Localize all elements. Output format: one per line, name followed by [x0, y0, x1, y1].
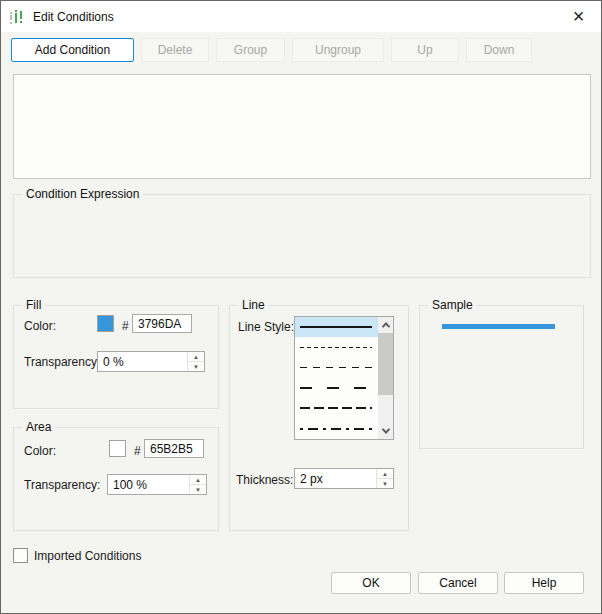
- line-group: Line Line Style: Thickness: ▲ ▼: [229, 305, 409, 531]
- spin-up-icon[interactable]: ▲: [188, 352, 204, 362]
- ungroup-button[interactable]: Ungroup: [292, 38, 384, 62]
- line-style-option-dotted[interactable]: [295, 337, 378, 357]
- thickness-label: Thickness:: [236, 473, 293, 487]
- up-button[interactable]: Up: [391, 38, 459, 62]
- line-style-listbox: [294, 316, 394, 440]
- line-style-option-dash-dot[interactable]: [295, 419, 378, 439]
- fill-color-swatch[interactable]: [97, 315, 114, 332]
- area-group-label: Area: [22, 420, 55, 434]
- condition-expression-group: Condition Expression: [13, 194, 591, 278]
- cancel-button[interactable]: Cancel: [418, 572, 498, 594]
- sample-group-label: Sample: [428, 298, 477, 312]
- toolbar: Add Condition Delete Group Ungroup Up Do…: [11, 38, 532, 62]
- fill-hex-input[interactable]: [132, 314, 192, 333]
- area-transparency-spinner: ▲ ▼: [107, 474, 207, 495]
- spin-down-icon[interactable]: ▼: [188, 362, 204, 371]
- spin-down-icon[interactable]: ▼: [190, 485, 206, 494]
- fill-transparency-label: Transparency:: [24, 355, 100, 369]
- thickness-spin-buttons: ▲ ▼: [376, 469, 393, 488]
- area-transparency-label: Transparency:: [24, 478, 100, 492]
- area-color-swatch[interactable]: [109, 440, 126, 457]
- edit-conditions-dialog: Edit Conditions × Add Condition Delete G…: [0, 0, 602, 614]
- conditions-list[interactable]: [13, 74, 591, 179]
- group-button[interactable]: Group: [216, 38, 285, 62]
- close-icon[interactable]: ×: [556, 1, 601, 31]
- area-hex-input[interactable]: [144, 439, 204, 458]
- fill-hash-symbol: #: [122, 319, 129, 333]
- line-group-label: Line: [238, 298, 269, 312]
- line-style-scrollbar[interactable]: [378, 317, 393, 439]
- line-style-options: [295, 317, 378, 439]
- line-style-option-solid[interactable]: [295, 317, 378, 337]
- fill-transparency-input[interactable]: [98, 352, 192, 371]
- scrollbar-thumb[interactable]: [378, 333, 393, 395]
- title-bar: Edit Conditions ×: [1, 1, 601, 32]
- sample-group: Sample: [419, 305, 584, 449]
- delete-button[interactable]: Delete: [141, 38, 209, 62]
- area-color-label: Color:: [24, 444, 56, 458]
- help-button[interactable]: Help: [504, 572, 584, 594]
- sample-line-preview: [442, 324, 555, 329]
- line-style-label: Line Style:: [238, 320, 294, 334]
- window-title: Edit Conditions: [33, 10, 114, 24]
- fill-transparency-spinner: ▲ ▼: [97, 351, 205, 372]
- thickness-input[interactable]: [295, 469, 381, 488]
- thickness-spinner: ▲ ▼: [294, 468, 394, 489]
- scroll-down-icon[interactable]: [378, 423, 393, 439]
- line-style-option-long-dash-large-gap[interactable]: [295, 378, 378, 398]
- fill-color-label: Color:: [24, 319, 56, 333]
- spin-up-icon[interactable]: ▲: [190, 475, 206, 485]
- fill-group: Fill Color: # Transparency: ▲ ▼: [13, 305, 219, 409]
- line-style-option-long-dash[interactable]: [295, 398, 378, 418]
- imported-conditions-checkbox[interactable]: [13, 548, 28, 563]
- area-hash-symbol: #: [134, 444, 141, 458]
- area-transparency-spin-buttons: ▲ ▼: [189, 475, 206, 494]
- line-style-option-dashed[interactable]: [295, 358, 378, 378]
- scroll-up-icon[interactable]: [378, 317, 393, 333]
- condition-expression-label: Condition Expression: [22, 187, 143, 201]
- ok-button[interactable]: OK: [331, 572, 411, 594]
- fill-transparency-spin-buttons: ▲ ▼: [187, 352, 204, 371]
- chart-icon: [9, 9, 25, 25]
- spin-down-icon[interactable]: ▼: [377, 479, 393, 488]
- add-condition-button[interactable]: Add Condition: [11, 38, 134, 62]
- imported-conditions-label: Imported Conditions: [34, 549, 141, 563]
- down-button[interactable]: Down: [466, 38, 532, 62]
- area-group: Area Color: # Transparency: ▲ ▼: [13, 427, 219, 531]
- fill-group-label: Fill: [22, 298, 45, 312]
- area-transparency-input[interactable]: [108, 475, 194, 494]
- spin-up-icon[interactable]: ▲: [377, 469, 393, 479]
